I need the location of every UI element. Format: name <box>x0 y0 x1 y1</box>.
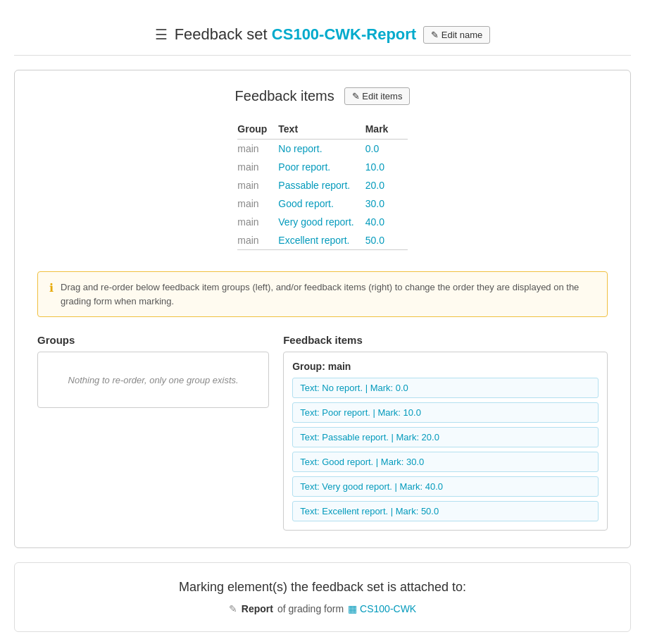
cell-text: Very good report. <box>278 213 365 231</box>
info-icon: ℹ <box>49 281 54 295</box>
groups-box: Nothing to re-order, only one group exis… <box>37 352 269 408</box>
table-row: main Excellent report. 50.0 <box>237 231 407 250</box>
cell-text: No report. <box>278 140 365 159</box>
cell-text: Excellent report. <box>278 231 365 250</box>
cell-group: main <box>237 213 278 231</box>
list-icon: ☰ <box>155 26 168 43</box>
grid-icon: ▦ <box>348 603 357 614</box>
groups-panel: Groups Nothing to re-order, only one gro… <box>37 334 269 531</box>
cell-mark: 10.0 <box>365 158 408 176</box>
feedback-items-panel: Feedback items Group: main Text: No repo… <box>283 334 608 531</box>
info-box: ℹ Drag and re-order below feedback item … <box>37 271 608 317</box>
table-row: main Very good report. 40.0 <box>237 213 407 231</box>
cell-text: Good report. <box>278 194 365 213</box>
cell-mark: 30.0 <box>365 194 408 213</box>
groups-panel-title: Groups <box>37 334 269 346</box>
feedback-items-box: Group: main Text: No report. | Mark: 0.0… <box>283 352 608 531</box>
bottom-card: Marking element(s) the feedback set is a… <box>14 562 631 632</box>
groups-empty-text: Nothing to re-order, only one group exis… <box>68 375 239 385</box>
cell-mark: 20.0 <box>365 176 408 194</box>
info-text: Drag and re-order below feedback item gr… <box>61 280 596 308</box>
table-row: main Good report. 30.0 <box>237 194 407 213</box>
col-group: Group <box>237 119 278 140</box>
cell-group: main <box>237 140 278 159</box>
cs100-link-label: CS100-CWK <box>360 603 416 614</box>
col-text: Text <box>278 119 365 140</box>
cell-text: Passable report. <box>278 176 365 194</box>
pencil-icon: ✎ <box>229 603 237 614</box>
cell-mark: 0.0 <box>365 140 408 159</box>
cell-mark: 50.0 <box>365 231 408 250</box>
bottom-card-link-row: ✎ Report of grading form ▦ CS100-CWK <box>37 603 608 614</box>
cell-group: main <box>237 176 278 194</box>
table-row: main No report. 0.0 <box>237 140 407 159</box>
group-name: Group: main <box>292 361 599 372</box>
list-item[interactable]: Text: Poor report. | Mark: 10.0 <box>292 402 599 423</box>
table-row: main Passable report. 20.0 <box>237 176 407 194</box>
cs100-link[interactable]: ▦ CS100-CWK <box>348 603 416 614</box>
col-mark: Mark <box>365 119 408 140</box>
cell-group: main <box>237 158 278 176</box>
page-header: ☰ Feedback set CS100-CWK-Report ✎ Edit n… <box>14 14 631 56</box>
cell-mark: 40.0 <box>365 213 408 231</box>
list-item[interactable]: Text: Good report. | Mark: 30.0 <box>292 452 599 472</box>
cell-group: main <box>237 194 278 213</box>
table-row: main Poor report. 10.0 <box>237 158 407 176</box>
reorder-section: Groups Nothing to re-order, only one gro… <box>37 334 608 531</box>
feedback-items-header: Feedback items ✎ Edit items <box>37 87 608 105</box>
cell-group: main <box>237 231 278 250</box>
feedback-table: Group Text Mark main No report. 0.0 main… <box>237 119 407 250</box>
page-title: Feedback set CS100-CWK-Report <box>175 25 417 44</box>
bottom-card-title: Marking element(s) the feedback set is a… <box>37 580 608 595</box>
list-item[interactable]: Text: Passable report. | Mark: 20.0 <box>292 427 599 447</box>
feedback-items-panel-title: Feedback items <box>283 334 608 346</box>
of-text: of grading form <box>277 603 344 614</box>
list-item[interactable]: Text: Very good report. | Mark: 40.0 <box>292 476 599 497</box>
list-item[interactable]: Text: Excellent report. | Mark: 50.0 <box>292 501 599 521</box>
list-item[interactable]: Text: No report. | Mark: 0.0 <box>292 378 599 398</box>
edit-items-button[interactable]: ✎ Edit items <box>344 87 411 105</box>
feedback-items-title: Feedback items <box>235 88 334 104</box>
main-card: Feedback items ✎ Edit items Group Text M… <box>14 70 631 548</box>
cell-text: Poor report. <box>278 158 365 176</box>
edit-name-button[interactable]: ✎ Edit name <box>423 26 490 44</box>
report-label: Report <box>242 603 273 614</box>
